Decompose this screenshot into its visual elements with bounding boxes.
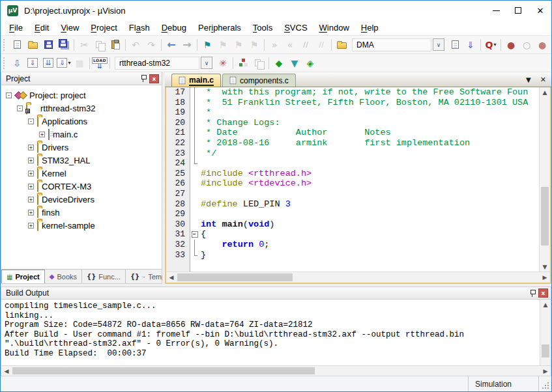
- tree-expander[interactable]: -: [28, 119, 34, 124]
- search-combo-dropdown[interactable]: ∨: [433, 38, 444, 51]
- editor-vertical-scrollbar[interactable]: ▲ ▼: [539, 87, 550, 272]
- panel-tab-project[interactable]: ▦Project: [1, 270, 45, 283]
- enable-breakpoint-button[interactable]: ○: [519, 38, 534, 52]
- code-editor[interactable]: 17 * with this program; if not, write to…: [166, 87, 539, 272]
- scroll-left-icon[interactable]: ◀: [1, 368, 12, 374]
- close-button[interactable]: ✕: [529, 1, 551, 20]
- tree-item-main-c[interactable]: +main.c: [1, 128, 162, 141]
- tree-item-kernel-sample[interactable]: +kernel-sample: [1, 219, 162, 232]
- tree-expander[interactable]: +: [39, 132, 45, 137]
- search-combo[interactable]: DMA∨: [352, 38, 444, 51]
- incremental-find-button[interactable]: ⇓: [463, 38, 478, 52]
- menu-debug[interactable]: Debug: [156, 21, 192, 34]
- menu-view[interactable]: View: [55, 21, 85, 34]
- save-all-button[interactable]: [56, 38, 72, 52]
- scroll-down-icon[interactable]: ▼: [540, 262, 550, 272]
- menu-project[interactable]: Project: [85, 21, 123, 34]
- new-file-button[interactable]: [9, 38, 25, 52]
- uncomment-button[interactable]: //: [313, 38, 329, 52]
- build-button[interactable]: ⇓: [25, 56, 40, 70]
- menu-edit[interactable]: Edit: [29, 21, 55, 34]
- unindent-button[interactable]: «: [282, 38, 298, 52]
- find-in-files-button[interactable]: [334, 38, 349, 52]
- resize-grip[interactable]: [538, 376, 551, 391]
- close-document-button[interactable]: ✕: [540, 76, 546, 84]
- menu-tools[interactable]: Tools: [247, 21, 278, 34]
- scroll-right-icon[interactable]: ▶: [540, 274, 550, 281]
- menu-window[interactable]: Window: [313, 21, 355, 34]
- build-hscroll-thumb[interactable]: [12, 367, 315, 374]
- redo-button[interactable]: ↷: [143, 38, 159, 52]
- find-button[interactable]: [447, 38, 463, 52]
- disable-breakpoints-button[interactable]: ●: [534, 38, 550, 52]
- save-button[interactable]: [40, 38, 56, 52]
- tree-expander[interactable]: +: [28, 184, 34, 189]
- build-vscroll-thumb[interactable]: [542, 344, 549, 357]
- build-horizontal-scrollbar[interactable]: ◀ ▶: [1, 365, 551, 376]
- scroll-left-icon[interactable]: ◀: [166, 274, 177, 281]
- tree-item-cortex-m3[interactable]: +CORTEX-M3: [1, 180, 162, 193]
- batch-build-button[interactable]: ⇓▾: [56, 56, 72, 70]
- tree-expander[interactable]: +: [28, 210, 34, 216]
- tree-item-project-project[interactable]: -Project: project: [1, 89, 162, 102]
- options-for-target-button[interactable]: ✳: [215, 56, 231, 70]
- document-tab-main-c[interactable]: main.c: [171, 74, 221, 87]
- indent-button[interactable]: »: [267, 38, 282, 52]
- target-select[interactable]: rtthread-stm32∨: [115, 57, 212, 70]
- target-select-dropdown[interactable]: ∨: [201, 57, 212, 69]
- editor-horizontal-scrollbar[interactable]: ◀ ▶: [166, 272, 550, 283]
- panel-tab-books[interactable]: ◆Books: [45, 270, 82, 283]
- rebuild-button[interactable]: ⇊: [40, 56, 56, 70]
- next-bookmark-button[interactable]: ⚑: [231, 38, 246, 52]
- toolbar-grip[interactable]: [3, 57, 7, 69]
- menu-file[interactable]: File: [3, 21, 29, 34]
- toolbar-grip[interactable]: [3, 39, 7, 51]
- tree-item-stm32-hal[interactable]: +STM32_HAL: [1, 154, 162, 167]
- menu-peripherals[interactable]: Peripherals: [192, 21, 247, 34]
- cut-button[interactable]: ✂: [76, 38, 92, 52]
- manage-rte-button[interactable]: ◆: [271, 56, 287, 70]
- pin-icon[interactable]: [529, 289, 536, 298]
- tree-item-applications[interactable]: -Applications: [1, 115, 162, 128]
- scroll-up-icon[interactable]: ▲: [540, 87, 550, 97]
- tree-item-devicedrivers[interactable]: +DeviceDrivers: [1, 193, 162, 206]
- clear-bookmarks-button[interactable]: ⚑: [246, 38, 262, 52]
- tree-expander[interactable]: +: [28, 158, 34, 163]
- fold-margin[interactable]: [190, 229, 198, 240]
- comment-button[interactable]: //: [298, 38, 313, 52]
- tree-expander[interactable]: -: [17, 105, 23, 111]
- build-output-close-button[interactable]: x: [538, 288, 548, 298]
- download-button[interactable]: LOAD⇊: [92, 56, 108, 70]
- tree-expander[interactable]: +: [28, 197, 34, 203]
- tree-expander[interactable]: +: [28, 223, 34, 229]
- editor-vscroll-thumb[interactable]: [541, 187, 549, 246]
- stop-build-button[interactable]: ■: [72, 56, 87, 70]
- menu-help[interactable]: Help: [355, 21, 385, 34]
- insert-bookmark-button[interactable]: ⚑: [199, 38, 215, 52]
- document-tab-components-c[interactable]: components.c: [222, 74, 296, 87]
- tree-item-finsh[interactable]: +finsh: [1, 206, 162, 219]
- document-list-button[interactable]: ▼: [526, 76, 531, 83]
- scroll-right-icon[interactable]: ▶: [540, 368, 551, 374]
- insert-breakpoint-button[interactable]: ●: [503, 38, 519, 52]
- undo-button[interactable]: ↶: [128, 38, 143, 52]
- paste-button[interactable]: [108, 38, 123, 52]
- minimize-button[interactable]: [485, 1, 507, 20]
- open-file-button[interactable]: [25, 38, 40, 52]
- menu-flash[interactable]: Flash: [123, 21, 156, 34]
- quick-find-button[interactable]: Q▾: [483, 38, 499, 52]
- select-software-packs-button[interactable]: ▼: [287, 56, 302, 70]
- tree-expander[interactable]: +: [28, 171, 34, 176]
- project-panel-close-button[interactable]: x: [149, 74, 159, 83]
- menu-svcs[interactable]: SVCS: [278, 21, 313, 34]
- translate-button[interactable]: ⇩: [9, 56, 25, 70]
- navigate-back-button[interactable]: ←: [164, 38, 179, 52]
- tree-expander[interactable]: -: [6, 92, 12, 98]
- previous-bookmark-button[interactable]: ⚑: [215, 38, 231, 52]
- tree-item-kernel[interactable]: +Kernel: [1, 167, 162, 180]
- manage-workspace-button[interactable]: [251, 56, 267, 70]
- panel-tab-func[interactable]: {}Func...: [82, 270, 126, 283]
- pin-icon[interactable]: [140, 74, 147, 83]
- scroll-up-icon[interactable]: ▲: [540, 300, 551, 309]
- pack-installer-button[interactable]: ◈: [302, 56, 318, 70]
